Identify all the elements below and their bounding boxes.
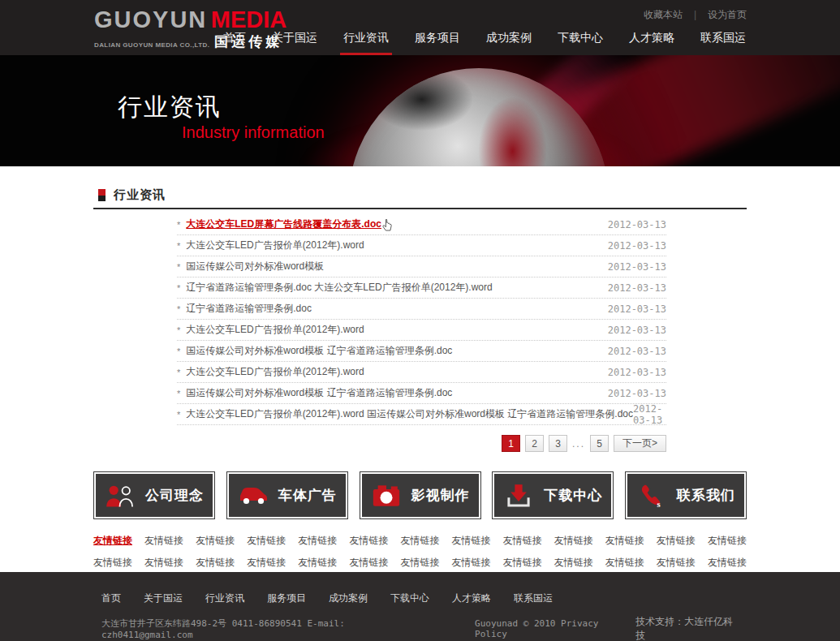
footer-nav-item[interactable]: 首页: [101, 592, 121, 605]
friend-link[interactable]: 友情链接: [605, 556, 644, 570]
feature-inner: s联系我们: [627, 474, 744, 517]
logo-company-en: DALIAN GUOYUN MEDIA CO.,LTD.: [94, 42, 209, 49]
friend-link[interactable]: 友情链接: [93, 556, 132, 570]
nav-item-download[interactable]: 下载中心: [545, 31, 616, 55]
friend-link[interactable]: 友情链接: [298, 556, 337, 570]
news-row: *国运传媒公司对外标准word模板 辽宁省道路运输管理条例.doc2012-03…: [177, 383, 666, 404]
news-link[interactable]: 国运传媒公司对外标准word模板: [186, 260, 324, 273]
friend-link[interactable]: 友情链接: [400, 534, 439, 548]
nav-item-contact[interactable]: 联系国运: [687, 31, 759, 55]
pagination-page-3[interactable]: 3: [549, 435, 567, 452]
news-link[interactable]: 辽宁省道路运输管理条例.doc: [186, 302, 312, 316]
feature-button-phone[interactable]: s联系我们: [625, 471, 747, 519]
friend-link[interactable]: 友情链接: [503, 556, 542, 570]
friend-link[interactable]: 友情链接: [298, 534, 337, 548]
friend-link[interactable]: 友情链接: [247, 534, 286, 548]
logo-name: GUOYUN MEDIA: [94, 8, 286, 32]
download-icon: [503, 484, 534, 508]
banner-subtitle: Industry information: [182, 123, 325, 142]
pagination-page-5[interactable]: 5: [590, 435, 609, 452]
news-link[interactable]: 大连公交车LED广告报价单(2012年).word: [186, 365, 364, 379]
news-marker: *: [177, 262, 180, 272]
set-home-link[interactable]: 设为首页: [708, 9, 747, 20]
news-marker: *: [177, 283, 180, 293]
footer-nav-item[interactable]: 服务项目: [267, 592, 306, 605]
news-row: *大连公交车LED广告报价单(2012年).word2012-03-13: [177, 362, 666, 383]
feature-button-car[interactable]: 车体广告: [226, 471, 348, 519]
news-date: 2012-03-13: [608, 388, 666, 399]
page: 收藏本站|设为首页 GUOYUN MEDIA DALIAN GUOYUN MED…: [0, 0, 840, 641]
banner: 行业资讯 Industry information: [0, 55, 840, 166]
site-footer: 首页关于国运行业资讯服务项目成功案例下载中心人才策略联系国运 大连市甘井子区东纬…: [0, 572, 840, 641]
news-list: *大连公交车LED屏幕广告线路覆盖分布表.doc2012-03-13*大连公交车…: [177, 214, 666, 425]
nav-item-about[interactable]: 关于国运: [259, 31, 330, 55]
friend-link[interactable]: 友情链接: [452, 556, 491, 570]
friend-link[interactable]: 友情链接: [657, 534, 696, 548]
news-row: *大连公交车LED广告报价单(2012年).word2012-03-13: [177, 320, 666, 341]
favorite-link[interactable]: 收藏本站: [644, 9, 683, 20]
feature-buttons: 公司理念车体广告影视制作下载中心s联系我们: [93, 471, 747, 519]
nav-item-cases[interactable]: 成功案例: [473, 31, 545, 55]
friend-link[interactable]: 友情链接: [349, 556, 388, 570]
friend-link[interactable]: 友情链接: [554, 534, 593, 548]
nav-item-home[interactable]: 首页: [210, 31, 259, 55]
nav-item-services[interactable]: 服务项目: [402, 31, 473, 55]
nav-item-talent[interactable]: 人才策略: [616, 31, 687, 55]
news-link[interactable]: 国运传媒公司对外标准word模板 辽宁省道路运输管理条例.doc: [186, 386, 452, 400]
news-marker: *: [177, 346, 180, 356]
news-link[interactable]: 大连公交车LED广告报价单(2012年).word: [186, 239, 364, 252]
feature-button-camera[interactable]: 影视制作: [360, 471, 481, 519]
friend-link[interactable]: 友情链接: [708, 534, 747, 548]
friend-link[interactable]: 友情链接: [657, 556, 696, 570]
news-marker: *: [177, 220, 180, 230]
friend-links-row: 友情链接友情链接友情链接友情链接友情链接友情链接友情链接友情链接友情链接友情链接…: [93, 556, 747, 570]
footer-nav-item[interactable]: 下载中心: [390, 592, 429, 605]
svg-text:s: s: [657, 498, 660, 507]
feature-button-people[interactable]: 公司理念: [93, 471, 215, 519]
footer-nav-item[interactable]: 人才策略: [452, 592, 491, 605]
friend-link[interactable]: 友情链接: [144, 534, 183, 548]
feature-button-download[interactable]: 下载中心: [492, 471, 614, 519]
friend-link[interactable]: 友情链接: [93, 534, 132, 548]
footer-nav-item[interactable]: 成功案例: [329, 592, 368, 605]
feature-inner: 影视制作: [362, 474, 479, 517]
news-link[interactable]: 大连公交车LED广告报价单(2012年).word: [186, 323, 364, 337]
pagination-next-button[interactable]: 下一页>: [614, 435, 666, 452]
pagination-page-2[interactable]: 2: [525, 435, 544, 452]
friend-link[interactable]: 友情链接: [349, 534, 388, 548]
nav-item-industry-info[interactable]: 行业资讯: [330, 31, 402, 55]
news-row: *辽宁省道路运输管理条例.doc2012-03-13: [177, 299, 666, 320]
friend-link[interactable]: 友情链接: [554, 556, 593, 570]
footer-support: 技术支持：大连仟亿科技: [635, 615, 743, 641]
logo-text-media: MEDIA: [211, 6, 286, 32]
news-date: 2012-03-13: [608, 240, 666, 252]
news-row: *大连公交车LED广告报价单(2012年).word2012-03-13: [177, 235, 666, 256]
people-icon: [105, 484, 136, 508]
friend-link[interactable]: 友情链接: [144, 556, 183, 570]
news-link[interactable]: 国运传媒公司对外标准word模板 辽宁省道路运输管理条例.doc: [186, 344, 452, 358]
friend-link[interactable]: 友情链接: [452, 534, 491, 548]
footer-nav-item[interactable]: 关于国运: [144, 592, 183, 605]
pagination-page-1[interactable]: 1: [502, 435, 520, 452]
news-date: 2012-03-13: [608, 367, 666, 378]
friend-link[interactable]: 友情链接: [196, 534, 235, 548]
news-link[interactable]: 辽宁省道路运输管理条例.doc 大连公交车LED广告报价单(2012年).wor…: [186, 281, 492, 295]
friend-link[interactable]: 友情链接: [605, 534, 644, 548]
friend-link[interactable]: 友情链接: [247, 556, 286, 570]
car-icon: [238, 484, 269, 508]
pagination: 123...5下一页>: [177, 435, 666, 452]
news-row: *国运传媒公司对外标准word模板 辽宁省道路运输管理条例.doc2012-03…: [177, 341, 666, 362]
news-marker: *: [177, 325, 180, 335]
site-header: 收藏本站|设为首页 GUOYUN MEDIA DALIAN GUOYUN MED…: [0, 0, 840, 55]
footer-nav-item[interactable]: 行业资讯: [205, 592, 244, 605]
friend-link[interactable]: 友情链接: [196, 556, 235, 570]
news-row: *辽宁省道路运输管理条例.doc 大连公交车LED广告报价单(2012年).wo…: [177, 277, 666, 299]
friend-link[interactable]: 友情链接: [503, 534, 542, 548]
banner-title: 行业资讯: [118, 91, 222, 124]
friend-link[interactable]: 友情链接: [400, 556, 439, 570]
footer-nav-item[interactable]: 联系国运: [514, 592, 553, 605]
news-link[interactable]: 大连公交车LED屏幕广告线路覆盖分布表.doc: [186, 217, 381, 231]
news-link[interactable]: 大连公交车LED广告报价单(2012年).word 国运传媒公司对外标准word…: [186, 407, 633, 421]
friend-link[interactable]: 友情链接: [708, 556, 747, 570]
topbar-separator: |: [694, 9, 696, 20]
